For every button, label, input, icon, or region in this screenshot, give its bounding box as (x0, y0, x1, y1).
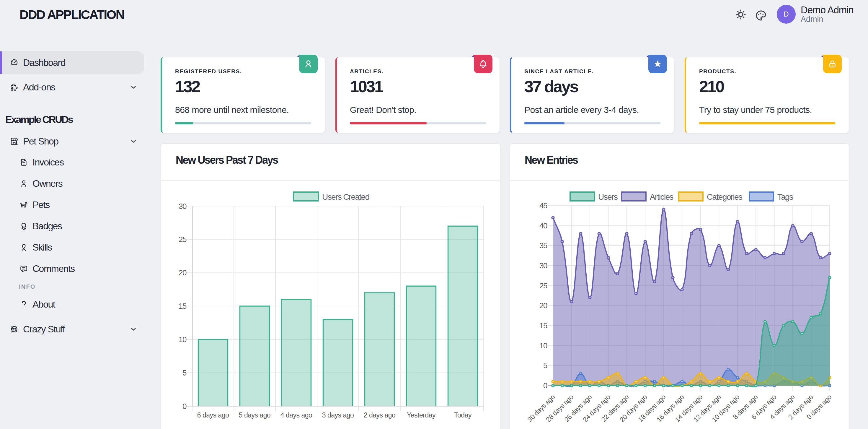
svg-text:20: 20 (539, 301, 547, 310)
svg-text:35: 35 (539, 241, 547, 250)
svg-text:10: 10 (179, 335, 187, 344)
svg-text:25: 25 (539, 281, 547, 290)
svg-text:Articles: Articles (650, 192, 674, 201)
svg-text:20: 20 (179, 268, 187, 277)
svg-text:6 days ago: 6 days ago (197, 411, 229, 419)
svg-text:15: 15 (179, 302, 187, 311)
svg-text:Users: Users (598, 192, 618, 201)
svg-text:30: 30 (179, 202, 187, 211)
svg-text:5: 5 (543, 361, 547, 370)
svg-text:3 days ago: 3 days ago (322, 411, 354, 419)
svg-text:10: 10 (539, 341, 547, 350)
svg-text:Tags: Tags (777, 192, 793, 201)
svg-text:Yesterday: Yesterday (407, 411, 436, 419)
svg-text:Categories: Categories (707, 192, 742, 201)
svg-text:Today: Today (454, 411, 472, 419)
svg-text:0: 0 (182, 402, 187, 411)
svg-text:2 days ago: 2 days ago (364, 411, 396, 419)
svg-text:5 days ago: 5 days ago (239, 411, 271, 419)
svg-text:0: 0 (543, 381, 547, 390)
svg-text:Users Created: Users Created (322, 192, 369, 201)
svg-text:30: 30 (539, 261, 547, 270)
svg-text:25: 25 (179, 235, 187, 244)
svg-text:40: 40 (539, 221, 547, 230)
svg-text:45: 45 (539, 201, 547, 210)
svg-text:15: 15 (539, 321, 547, 330)
svg-text:4 days ago: 4 days ago (280, 411, 312, 419)
svg-text:5: 5 (182, 368, 187, 377)
